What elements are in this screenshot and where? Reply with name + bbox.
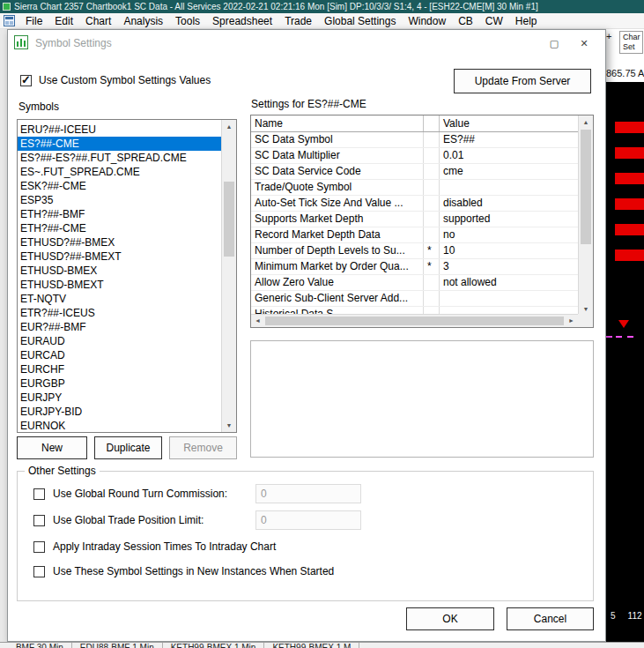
setting-flag-cell [424, 164, 440, 179]
ok-button[interactable]: OK [406, 607, 494, 630]
chartbook-tab[interactable]: ..-BMF 30 Min [0, 643, 72, 648]
settings-table-row[interactable]: Allow Zero Valuenot allowed [251, 275, 578, 291]
symbol-list-item[interactable]: ETHUSD-BMEXT [18, 278, 221, 292]
use-custom-settings-checkbox[interactable]: ✓ [20, 75, 32, 86]
symbols-scrollbar[interactable]: ▲ ▼ [221, 120, 236, 432]
chart-bottom-value: 112 [628, 611, 642, 621]
symbol-list-item[interactable]: EUR?##-BMF [18, 320, 221, 334]
menubar-items: FileEditChartAnalysisToolsSpreadsheetTra… [19, 15, 543, 27]
menu-item-global-settings[interactable]: Global Settings [318, 15, 402, 27]
scroll-right-icon[interactable]: ► [565, 315, 578, 327]
settings-table-row[interactable]: Generic Sub-Client Server Add... [251, 291, 578, 307]
settings-table-row[interactable]: Supports Market Depthsupported [251, 212, 578, 227]
position-limit-input[interactable] [255, 510, 361, 530]
dock-plus-icon[interactable]: + [606, 31, 611, 41]
setting-flag-cell [424, 275, 440, 290]
dashed-line-segment [616, 336, 622, 338]
setting-name-cell: SC Data Service Code [251, 164, 424, 179]
price-depth-box [615, 198, 644, 210]
scroll-left-icon[interactable]: ◄ [251, 315, 264, 327]
position-limit-checkbox[interactable] [33, 515, 45, 526]
menu-item-chart[interactable]: Chart [79, 15, 117, 27]
symbol-list-item[interactable]: ES?##-CME [18, 137, 221, 151]
symbol-list-item[interactable]: EURCAD [18, 348, 221, 362]
menu-item-spreadsheet[interactable]: Spreadsheet [206, 15, 278, 27]
ask-price-label: 865.75 A [606, 68, 644, 78]
chartbook-tab[interactable]: EDU88-BMF 1 Min [72, 643, 163, 648]
settings-table-row[interactable]: SC Data SymbolES?## [251, 132, 578, 148]
maximize-icon[interactable]: ▢ [539, 33, 569, 54]
settings-table-scrollbar[interactable]: ▲ ▼ [578, 115, 593, 316]
menu-item-help[interactable]: Help [509, 15, 544, 27]
chartbook-tab[interactable]: KETH99-BMEX 1 Min [163, 643, 265, 648]
symbol-list-item[interactable]: ET-NQTV [18, 292, 221, 306]
chart-settings-button[interactable]: Char Set [619, 31, 643, 54]
menu-item-window[interactable]: Window [402, 15, 452, 27]
symbol-list-item[interactable]: ES~.FUT_SPREAD.CME [18, 165, 221, 179]
setting-value-cell [440, 307, 578, 314]
symbols-scrollbar-thumb[interactable] [224, 182, 234, 257]
settings-scrollbar-thumb[interactable] [581, 130, 591, 244]
symbol-list-item[interactable]: ES?##-ES?##.FUT_SPREAD.CME [18, 151, 221, 165]
dashed-line-segment [606, 336, 612, 338]
setting-value-cell: not allowed [440, 275, 578, 290]
round-turn-input[interactable] [255, 484, 361, 503]
scroll-up-icon[interactable]: ▲ [579, 115, 593, 129]
symbol-list-item[interactable]: ETH?##-BMF [18, 207, 221, 221]
symbol-list-item[interactable]: EURGBP [18, 376, 221, 391]
round-turn-label: Use Global Round Turn Commission: [53, 488, 227, 500]
symbol-list-item[interactable]: EURNOK [18, 419, 221, 432]
value-column-header[interactable]: Value [440, 115, 578, 131]
scroll-down-icon[interactable]: ▼ [222, 419, 236, 432]
symbol-list-item[interactable]: ESP35 [18, 193, 221, 207]
menu-item-cb[interactable]: CB [452, 15, 479, 27]
chartbook-tab[interactable]: KETH99-BMEX 1 M [264, 643, 359, 648]
menu-item-edit[interactable]: Edit [48, 15, 79, 27]
menu-item-file[interactable]: File [19, 15, 48, 27]
symbol-list-item[interactable]: ETHUSD?##-BMEX [18, 235, 221, 250]
settings-table-row[interactable]: Auto-Set Tick Size And Value ...disabled [251, 196, 578, 212]
symbol-list-item[interactable]: ETH?##-CME [18, 221, 221, 235]
new-button[interactable]: New [17, 436, 87, 459]
symbol-list-item[interactable]: EURAUD [18, 334, 221, 348]
round-turn-checkbox[interactable] [33, 488, 45, 500]
cancel-button[interactable]: Cancel [507, 607, 594, 630]
dialog-titlebar[interactable]: Symbol Settings ▢ ✕ [8, 30, 605, 56]
settings-table-hscrollbar[interactable]: ◄ ► [251, 314, 578, 327]
settings-table-row[interactable]: Number of Depth Levels to Su...*10 [251, 243, 578, 259]
symbol-list-item[interactable]: ESK?##-CME [18, 179, 221, 193]
duplicate-button[interactable]: Duplicate [94, 436, 162, 459]
app-icon [3, 3, 11, 11]
symbol-list-item[interactable]: ETHUSD?##-BMEXT [18, 250, 221, 264]
dialog-title: Symbol Settings [35, 37, 539, 49]
menu-item-trade[interactable]: Trade [278, 15, 318, 27]
settings-table-row[interactable]: Trade/Quote Symbol [251, 180, 578, 196]
settings-hscrollbar-thumb[interactable] [265, 317, 564, 325]
settings-table-row[interactable]: Historical Data S... [251, 307, 578, 314]
menu-item-cw[interactable]: CW [479, 15, 509, 27]
checkmark-icon: ✓ [21, 73, 31, 86]
menu-item-tools[interactable]: Tools [169, 15, 206, 27]
chartbook-icon [4, 15, 15, 26]
symbol-list-item[interactable]: ETHUSD-BMEX [18, 264, 221, 278]
symbol-list-item[interactable]: ERU?##-ICEEU [18, 123, 221, 137]
name-column-header[interactable]: Name [251, 115, 424, 131]
price-depth-box [615, 224, 644, 235]
setting-name-cell: Minimum Market by Order Qua... [251, 259, 424, 274]
settings-table-row[interactable]: Record Market Depth Datano [251, 227, 578, 243]
settings-table-row[interactable]: SC Data Multiplier0.01 [251, 148, 578, 164]
scroll-up-icon[interactable]: ▲ [222, 120, 236, 133]
intraday-session-checkbox[interactable] [33, 541, 45, 553]
symbol-list-item[interactable]: EURCHF [18, 362, 221, 376]
symbol-list-item[interactable]: ETR?##-ICEUS [18, 306, 221, 320]
settings-table-row[interactable]: SC Data Service Codecme [251, 164, 578, 180]
update-from-server-button[interactable]: Update From Server [454, 69, 591, 93]
new-instances-checkbox[interactable] [33, 566, 45, 577]
scrollbar-corner [578, 314, 593, 327]
menu-item-analysis[interactable]: Analysis [117, 15, 169, 27]
settings-table-row[interactable]: Minimum Market by Order Qua...*3 [251, 259, 578, 275]
close-icon[interactable]: ✕ [569, 33, 599, 54]
setting-name-cell: Record Market Depth Data [251, 227, 424, 242]
symbol-list-item[interactable]: EURJPY [18, 391, 221, 405]
symbol-list-item[interactable]: EURJPY-BID [18, 405, 221, 419]
